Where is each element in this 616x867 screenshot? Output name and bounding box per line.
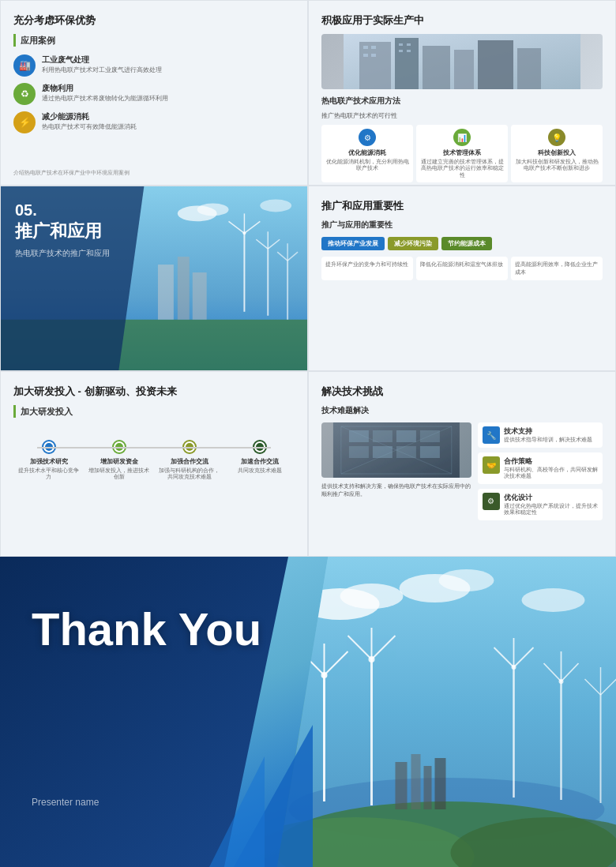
slide-production: 积极应用于实际生产中	[308, 0, 616, 186]
slide-rd: 加大研发投入 - 创新驱动、投资未来 加大研发投入 加强技术研究 提升技术水平和…	[0, 371, 308, 557]
slide1-title: 充分考虑环保优势	[13, 13, 295, 28]
slide3-main-title: 推广和应用	[15, 221, 291, 242]
green-accent-bar2	[13, 405, 16, 418]
tag-env: 推动环保产业发展	[321, 237, 385, 250]
desc-card-3: 提高能源利用效率，降低企业生产成本	[511, 257, 603, 280]
bulb-icon: 💡	[548, 129, 565, 146]
timeline-line	[37, 447, 271, 449]
tech-right-panel: 🔧 技术支持 提供技术指导和培训，解决技术难题 🤝 合作策略 与科研机构、高校等…	[478, 422, 603, 520]
tl-label-3: 加强合作交流	[158, 457, 221, 466]
slide6-title: 解决技术挑战	[321, 385, 603, 399]
card-energy: ⚙ 优化能源消耗 优化能源消耗机制，充分利用热电联产技术	[321, 125, 413, 182]
chart-icon: 📊	[453, 129, 471, 146]
slide5-sub: 加大研发投入	[13, 405, 295, 418]
building-image	[321, 34, 603, 89]
tech-card-2: 🤝 合作策略 与科研机构、高校等合作，共同研发解决技术难题	[478, 452, 603, 484]
slide6-content: 提供技术支持和解决方案，确保热电联产技术在实际应用中的顺利推广和应用。 🔧 技术…	[321, 422, 603, 520]
tl-label-1: 加强技术研究	[17, 457, 81, 466]
slide2-method-sub: 推广热电联产技术的可行性	[321, 111, 603, 120]
card-innovation: 💡 科技创新投入 加大科技创新和研发投入，推动热电联产技术不断创新和进步	[511, 125, 603, 182]
tech-left-panel: 提供技术支持和解决方案，确保热电联产技术在实际应用中的顺利推广和应用。	[321, 422, 471, 520]
svg-rect-44	[349, 446, 369, 458]
svg-rect-8	[371, 46, 376, 49]
slide-promotion-hero: 05. 推广和应用 热电联产技术的推广和应用	[0, 186, 308, 371]
svg-rect-43	[420, 430, 440, 442]
slide-thank-you: Thank You Presenter name	[0, 557, 616, 867]
list-item: ♻ 废物利用 通过热电联产技术将废物转化为能源循环利用	[13, 83, 295, 105]
list-item: ⚡ 减少能源消耗 热电联产技术可有效降低能源消耗	[13, 111, 295, 133]
tech-card-3: ⚙ 优化设计 通过优化热电联产系统设计，提升技术效果和稳定性	[478, 489, 603, 520]
svg-rect-46	[396, 446, 416, 458]
slide-huanbao: 充分考虑环保优势 应用案例 🏭 工业废气处理 利用热电联产技术对工业废气进行高效…	[0, 0, 308, 186]
svg-rect-10	[371, 54, 376, 57]
green-accent-bar	[13, 34, 16, 47]
svg-rect-9	[363, 54, 368, 57]
svg-rect-41	[373, 430, 393, 442]
tech-left-desc: 提供技术支持和解决方案，确保热电联产技术在实际应用中的顺利推广和应用。	[321, 482, 471, 498]
slide5-title: 加大研发投入 - 创新驱动、投资未来	[13, 385, 295, 399]
thank-you-heading: Thank You	[32, 604, 584, 655]
slide4-desc-cards: 提升环保产业的竞争力和可持续性 降低化石能源消耗和温室气体排放 提高能源利用效率…	[321, 257, 603, 280]
slide3-num: 05.	[15, 202, 291, 218]
energy-icon: ⚡	[13, 111, 36, 133]
gear-icon: ⚙	[359, 129, 376, 146]
list-item: 🏭 工业废气处理 利用热电联产技术对工业废气进行高效处理	[13, 54, 295, 77]
svg-rect-14	[407, 50, 411, 52]
tl-desc-3: 加强与科研机构的合作，共同攻克技术难题	[158, 467, 221, 481]
slide1-sub: 应用案例	[13, 34, 295, 47]
slide1-items: 🏭 工业废气处理 利用热电联产技术对工业废气进行高效处理 ♻ 废物利用 通过热电…	[13, 54, 295, 133]
slide4-sub: 推广与应用的重要性	[321, 220, 603, 231]
svg-rect-11	[399, 43, 403, 46]
tag-pollution: 减少环境污染	[388, 237, 438, 250]
svg-rect-4	[454, 50, 474, 89]
slide3-content: 05. 推广和应用 热电联产技术的推广和应用	[1, 186, 307, 275]
desc-card-2: 降低化石能源消耗和温室气体排放	[416, 257, 508, 280]
tl-desc-4: 共同攻克技术难题	[228, 467, 291, 474]
slide2-hot-title: 热电联产技术应用方法	[321, 96, 603, 107]
slide4-tags: 推动环保产业发展 减少环境污染 节约能源成本	[321, 237, 603, 250]
recycle-icon: ♻	[13, 83, 36, 105]
tl-desc-2: 增加研发投入，推进技术创新	[88, 467, 151, 481]
slide-tech-challenge: 解决技术挑战 技术难题解决	[308, 371, 616, 557]
handshake-icon: 🤝	[483, 456, 500, 474]
optimize-icon: ⚙	[483, 493, 500, 510]
desc-card-1: 提升环保产业的竞争力和可持续性	[321, 257, 413, 280]
svg-rect-3	[423, 46, 450, 89]
thank-you-content: Thank You Presenter name	[0, 557, 616, 855]
svg-rect-42	[396, 430, 416, 442]
svg-rect-7	[363, 46, 368, 49]
slide6-sub: 技术难题解决	[321, 405, 603, 416]
tag-energy: 节约能源成本	[441, 237, 492, 250]
slide3-subtitle: 热电联产技术的推广和应用	[15, 248, 291, 259]
card-management: 📊 技术管理体系 通过建立完善的技术管理体系，提高热电联产技术的运行效率和稳定性	[416, 125, 508, 182]
svg-rect-12	[407, 43, 411, 46]
slide-importance: 推广和应用重要性 推广与应用的重要性 推动环保产业发展 减少环境污染 节约能源成…	[308, 186, 616, 371]
svg-rect-6	[517, 48, 541, 89]
slide4-title: 推广和应用重要性	[321, 199, 603, 213]
tech-image	[321, 422, 471, 478]
slide2-title: 积极应用于实际生产中	[321, 13, 603, 28]
tl-label-4: 加速合作交流	[228, 457, 291, 466]
wrench-icon: 🔧	[483, 426, 500, 444]
svg-rect-5	[478, 40, 513, 89]
slide2-cards: ⚙ 优化能源消耗 优化能源消耗机制，充分利用热电联产技术 📊 技术管理体系 通过…	[321, 125, 603, 182]
svg-rect-19	[193, 272, 207, 320]
svg-rect-40	[349, 430, 369, 442]
tl-desc-1: 提升技术水平和核心竞争力	[17, 467, 81, 481]
presenter-name: Presenter name	[32, 797, 584, 808]
slide1-bottom: 介绍热电联产技术在环保产业中中环境应用案例	[13, 169, 295, 177]
svg-rect-13	[399, 50, 403, 52]
svg-rect-47	[420, 446, 440, 458]
timeline-area: 加强技术研究 提升技术水平和核心竞争力 增加研发资金 增加研发投入，推进技术创新…	[13, 441, 295, 481]
tech-card-1: 🔧 技术支持 提供技术指导和培训，解决技术难题	[478, 422, 603, 448]
svg-rect-45	[373, 446, 393, 458]
tl-label-2: 增加研发资金	[88, 457, 151, 466]
industrial-icon: 🏭	[13, 54, 36, 77]
